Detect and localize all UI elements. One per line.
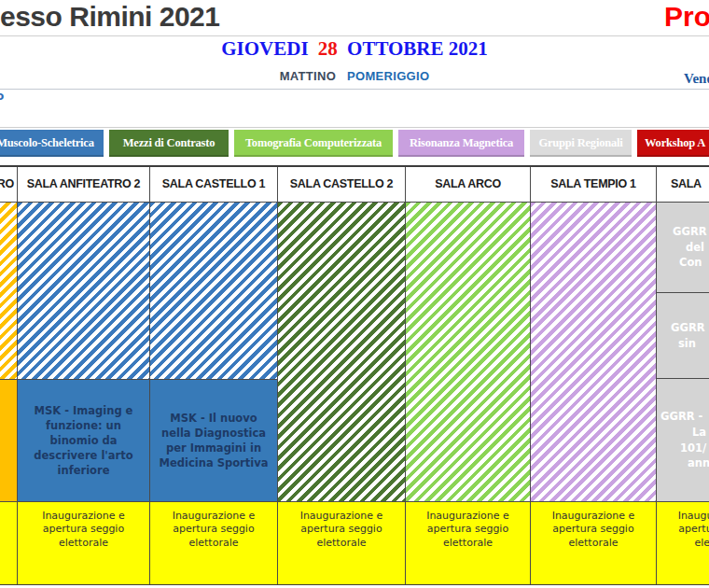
session-line: 101/ xyxy=(657,441,709,456)
empty-slot-striped xyxy=(278,203,405,502)
inauguration-cell: Inaugurazione e apertura seggio elettora… xyxy=(406,502,530,584)
filter-workshop-button[interactable]: Workshop A xyxy=(637,130,709,157)
session-line: Con xyxy=(657,255,709,271)
session-line: ann xyxy=(657,455,709,471)
empty-slot-striped xyxy=(406,203,530,502)
room-header: SALA CASTELLO 2 xyxy=(278,167,405,203)
next-day-link[interactable]: Vene xyxy=(684,71,709,87)
empty-slot-striped xyxy=(531,203,656,502)
empty-slot-striped xyxy=(0,203,17,380)
inauguration-cell: Inaugurazione e apertura seggio elettora… xyxy=(657,502,709,584)
room-header: SALA TEMPIO 1 xyxy=(531,167,656,203)
room-header-fragment: RO xyxy=(0,167,17,203)
tab-pomeriggio[interactable]: POMERIGGIO xyxy=(347,69,429,83)
column-sala-castello-1: SALA CASTELLO 1 MSK - Il nuovo nella Dia… xyxy=(149,167,277,584)
inauguration-cell: Inaugurazione e apertura seggio elettora… xyxy=(278,502,405,584)
page: esso Rimini 2021 Pro GIOVEDI 28 OTTOBRE … xyxy=(0,0,709,588)
inauguration-cell-cut xyxy=(0,502,17,584)
filter-gruppi-regionali-button[interactable]: Gruppi Regionali xyxy=(530,130,632,157)
left-edge-link-fragment[interactable]: o xyxy=(0,90,4,103)
room-header: SALA CASTELLO 1 xyxy=(150,167,277,203)
tab-mattino[interactable]: MATTINO xyxy=(280,69,336,83)
session-line: del xyxy=(657,240,709,256)
room-header-fragment: SALA xyxy=(657,167,709,203)
schedule-table: RO SALA ANFITEATRO 2 MSK - Imaging e fun… xyxy=(0,165,709,585)
divider-top xyxy=(0,35,709,36)
filter-mezzi-di-contrasto-button[interactable]: Mezzi di Contrasto xyxy=(109,130,229,157)
inauguration-cell: Inaugurazione e apertura seggio elettora… xyxy=(18,502,149,584)
session-ggrr-1[interactable]: GGRR del Con xyxy=(657,203,709,293)
page-title: esso Rimini 2021 xyxy=(0,1,219,33)
filter-risonanza-magnetica-button[interactable]: Risonanza Magnetica xyxy=(398,130,524,157)
session-msk-castello-1[interactable]: MSK - Il nuovo nella Diagnostica per Imm… xyxy=(150,380,277,502)
empty-slot-striped xyxy=(18,203,149,380)
inauguration-cell: Inaugurazione e apertura seggio elettora… xyxy=(150,502,277,584)
column-sala-anfiteatro-2: SALA ANFITEATRO 2 MSK - Imaging e funzio… xyxy=(17,167,149,584)
empty-slot-striped xyxy=(150,203,277,380)
session-line: La xyxy=(657,425,709,441)
session-ggrr-3[interactable]: GGRR - La 101/ ann xyxy=(657,379,709,502)
column-sala-tempio-1: SALA TEMPIO 1 Inaugurazione e apertura s… xyxy=(530,167,656,584)
session-line: GGRR xyxy=(657,224,709,240)
room-header: SALA ARCO xyxy=(406,167,530,203)
session-line: GGRR - xyxy=(657,409,709,425)
date-heading: GIOVEDI 28 OTTOBRE 2021 xyxy=(0,37,709,61)
column-sala-castello-2: SALA CASTELLO 2 Inaugurazione e apertura… xyxy=(277,167,405,584)
session-msk-anfiteatro-2[interactable]: MSK - Imaging e funzione: un binomio da … xyxy=(18,380,149,502)
column-sala-cut-right: SALA GGRR del Con GGRR sin GGRR - La 101… xyxy=(656,167,709,584)
filter-muscolo-scheletrica-button[interactable]: Muscolo-Scheletrica xyxy=(0,130,104,157)
date-day-number: 28 xyxy=(318,37,338,60)
category-filter-bar: Muscolo-Scheletrica Mezzi di Contrasto T… xyxy=(0,130,709,157)
session-line: sin xyxy=(657,336,709,352)
session-line: GGRR xyxy=(657,320,709,336)
filter-tomografia-computerizzata-button[interactable]: Tomografia Computerizzata xyxy=(234,130,393,157)
date-day-name: GIOVEDI xyxy=(221,37,308,60)
divider-above-filters xyxy=(0,127,709,128)
date-month-year: OTTOBRE 2021 xyxy=(347,37,488,60)
inauguration-cell: Inaugurazione e apertura seggio elettora… xyxy=(531,502,656,584)
time-of-day-tabs: MATTINO POMERIGGIO xyxy=(0,69,709,83)
session-block-gold xyxy=(0,380,17,502)
column-sala-arco: SALA ARCO Inaugurazione e apertura seggi… xyxy=(405,167,530,584)
session-ggrr-2[interactable]: GGRR sin xyxy=(657,293,709,379)
column-sala-cut-left: RO xyxy=(0,167,17,584)
divider-middle xyxy=(0,89,709,90)
program-link[interactable]: Pro xyxy=(664,1,709,33)
room-header: SALA ANFITEATRO 2 xyxy=(18,167,149,203)
